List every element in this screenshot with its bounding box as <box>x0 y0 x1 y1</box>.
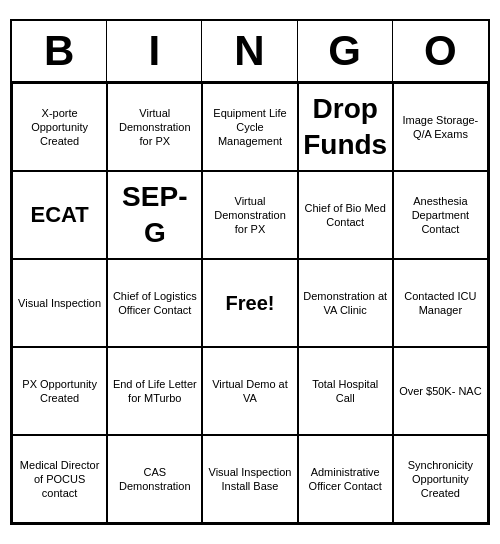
bingo-cell-17[interactable]: Virtual Demo at VA <box>202 347 297 435</box>
bingo-cell-0[interactable]: X-porte Opportunity Created <box>12 83 107 171</box>
bingo-cell-11[interactable]: Chief of Logistics Officer Contact <box>107 259 202 347</box>
bingo-cell-8[interactable]: Chief of Bio Med Contact <box>298 171 393 259</box>
bingo-cell-14[interactable]: Contacted ICU Manager <box>393 259 488 347</box>
bingo-header: B I N G O <box>12 21 488 83</box>
header-g: G <box>298 21 393 81</box>
bingo-cell-1[interactable]: Virtual Demonstration for PX <box>107 83 202 171</box>
header-n: N <box>202 21 297 81</box>
bingo-cell-15[interactable]: PX Opportunity Created <box>12 347 107 435</box>
bingo-cell-9[interactable]: Anesthesia Department Contact <box>393 171 488 259</box>
bingo-cell-4[interactable]: Image Storage- Q/A Exams <box>393 83 488 171</box>
bingo-cell-3[interactable]: Drop Funds <box>298 83 393 171</box>
bingo-cell-19[interactable]: Over $50K- NAC <box>393 347 488 435</box>
bingo-cell-13[interactable]: Demonstration at VA Clinic <box>298 259 393 347</box>
bingo-cell-5[interactable]: ECAT <box>12 171 107 259</box>
header-i: I <box>107 21 202 81</box>
bingo-cell-2[interactable]: Equipment Life Cycle Management <box>202 83 297 171</box>
bingo-cell-23[interactable]: Administrative Officer Contact <box>298 435 393 523</box>
bingo-cell-16[interactable]: End of Life Letter for MTurbo <box>107 347 202 435</box>
header-b: B <box>12 21 107 81</box>
header-o: O <box>393 21 488 81</box>
bingo-cell-20[interactable]: Medical Director of POCUS contact <box>12 435 107 523</box>
bingo-card: B I N G O X-porte Opportunity CreatedVir… <box>10 19 490 525</box>
bingo-cell-21[interactable]: CAS Demonstration <box>107 435 202 523</box>
bingo-cell-7[interactable]: Virtual Demonstration for PX <box>202 171 297 259</box>
bingo-cell-10[interactable]: Visual Inspection <box>12 259 107 347</box>
bingo-cell-18[interactable]: Total Hospital Call <box>298 347 393 435</box>
bingo-cell-22[interactable]: Visual Inspection Install Base <box>202 435 297 523</box>
bingo-cell-12[interactable]: Free! <box>202 259 297 347</box>
bingo-cell-24[interactable]: Synchronicity Opportunity Created <box>393 435 488 523</box>
bingo-cell-6[interactable]: SEP-G <box>107 171 202 259</box>
bingo-grid: X-porte Opportunity CreatedVirtual Demon… <box>12 83 488 523</box>
